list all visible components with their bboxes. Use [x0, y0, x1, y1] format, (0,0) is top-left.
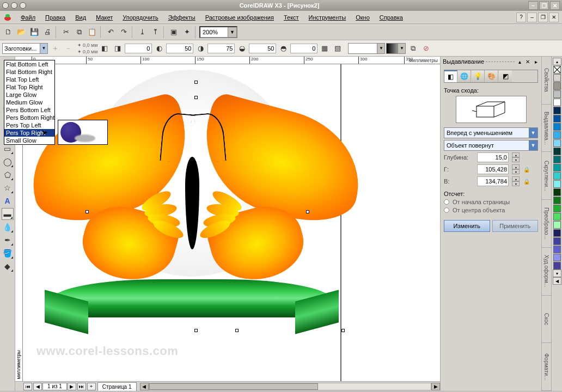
docker-menu-icon[interactable]: ▸ [533, 58, 539, 65]
preset-option[interactable]: Pers Bottom Left [4, 106, 54, 114]
preset-option[interactable]: Flat Top Left [4, 76, 54, 83]
shadow-opacity-icon[interactable]: ◨ [112, 42, 124, 54]
preset-option[interactable]: Flat Top Right [4, 83, 54, 91]
selection-handle[interactable] [85, 210, 89, 213]
docker-collapse-icon[interactable]: ▴ [516, 58, 523, 65]
docker-tab[interactable]: Свойства [542, 57, 551, 105]
color-swatch[interactable] [553, 82, 561, 90]
chevron-down-icon[interactable]: ▼ [377, 44, 384, 53]
color-swatch[interactable] [553, 74, 561, 82]
lock-icon[interactable]: 🔒 [523, 166, 530, 173]
selection-handle[interactable] [235, 329, 239, 332]
menu-view[interactable]: Вид [71, 13, 90, 22]
edit-button[interactable]: Изменить [444, 220, 490, 232]
tab-vp-icon[interactable]: ◧ [444, 70, 457, 82]
polygon-tool-icon[interactable]: ⬠ [2, 169, 14, 181]
minimize-button[interactable]: – [528, 1, 538, 10]
cut-icon[interactable]: ✂ [60, 26, 72, 38]
fill-tool-icon[interactable]: 🪣 [2, 247, 14, 259]
color-swatch[interactable] [553, 188, 561, 196]
no-fill-swatch[interactable] [553, 66, 561, 74]
stretch-field[interactable]: 50 [249, 44, 276, 53]
color-swatch[interactable] [553, 221, 561, 229]
depth-field[interactable]: 15,0 [477, 152, 509, 162]
color-swatch[interactable] [553, 172, 561, 180]
h-field[interactable]: 105,428 [477, 164, 509, 174]
color-swatch[interactable] [553, 99, 561, 106]
preset-remove-icon[interactable]: － [62, 42, 74, 54]
fade-icon[interactable]: ◑ [194, 42, 206, 54]
color-swatch[interactable] [553, 107, 561, 114]
menu-edit[interactable]: Правка [41, 13, 70, 22]
menu-arrange[interactable]: Упорядочить [118, 13, 162, 22]
docker-close-icon[interactable]: ✕ [524, 58, 531, 65]
hscroll-thumb[interactable] [149, 383, 318, 390]
import-icon[interactable]: ⤓ [136, 26, 148, 38]
menu-text[interactable]: Текст [279, 13, 303, 22]
preset-option[interactable]: Medium Glow [4, 99, 54, 106]
color-swatch[interactable] [553, 156, 561, 163]
artwork[interactable]: www.corel-lessons.com [23, 64, 355, 369]
eyedropper-tool-icon[interactable]: 💧 [2, 221, 14, 233]
color-swatch[interactable] [553, 197, 561, 204]
menu-help[interactable]: Справка [375, 13, 407, 22]
color-swatch[interactable] [553, 237, 561, 245]
feather-field[interactable]: 50 [166, 44, 193, 53]
shadow-angle-icon[interactable]: ◧ [99, 42, 111, 54]
preset-add-icon[interactable]: ＋ [49, 42, 61, 54]
palette-down-icon[interactable]: ▾ [553, 270, 561, 277]
apply-button[interactable]: Применить [492, 220, 539, 232]
app-icon[interactable] [3, 13, 12, 22]
copy-icon[interactable]: ⧉ [73, 26, 85, 38]
clear-shadow-icon[interactable]: ⊘ [420, 42, 432, 54]
text-tool-icon[interactable]: A [2, 195, 14, 207]
selection-handle[interactable] [341, 329, 345, 332]
tab-color-icon[interactable]: 🎨 [485, 70, 498, 82]
extrude-type-dropdown[interactable]: Вперед с уменьшением▼ [444, 127, 538, 138]
ref-option-page[interactable]: От начала страницы [444, 199, 538, 205]
hscroll-left-icon[interactable]: ◀ [140, 383, 149, 390]
docker-tab[interactable]: Преобразо... [542, 200, 551, 248]
mdi-min[interactable]: – [527, 13, 537, 22]
color-swatch[interactable] [553, 164, 561, 171]
direction-icon[interactable]: ◓ [277, 42, 289, 54]
maximize-button[interactable]: ❐ [539, 1, 549, 10]
ellipse-tool-icon[interactable]: ◯ [2, 156, 14, 168]
palette-flyout-icon[interactable]: ◀ [553, 277, 561, 285]
color-swatch[interactable] [553, 90, 561, 98]
paste-icon[interactable]: 📋 [86, 26, 98, 38]
color-swatch[interactable] [553, 213, 561, 220]
tab-rotation-icon[interactable]: 🌐 [458, 70, 471, 82]
color-swatch[interactable] [553, 148, 561, 155]
edge-type-icon[interactable]: ▦ [319, 42, 331, 54]
preset-option[interactable]: Pers Bottom Right [4, 114, 54, 121]
preset-dropdown[interactable]: Заготовки... ▼ [2, 43, 48, 54]
menu-tools[interactable]: Инструменты [304, 13, 351, 22]
menu-window[interactable]: Окно [351, 13, 374, 22]
shadow-color-swatch[interactable]: ▼ [348, 43, 385, 54]
ruler-horizontal[interactable]: 0 50 100 150 200 250 300 350 миллиметры [15, 57, 440, 64]
palette-up-icon[interactable]: ▴ [553, 58, 561, 65]
undo-icon[interactable]: ↶ [105, 26, 117, 38]
color-swatch[interactable] [553, 115, 561, 122]
redo-icon[interactable]: ↷ [118, 26, 130, 38]
mdi-help[interactable]: ? [516, 13, 526, 22]
edge-style-icon[interactable]: ▧ [332, 42, 344, 54]
docker-titlebar[interactable]: Выдавливание ▴ ✕ ▸ [441, 57, 541, 66]
chevron-down-icon[interactable]: ▼ [529, 128, 537, 138]
corel-online-icon[interactable]: ✦ [181, 26, 193, 38]
chevron-down-icon[interactable]: ▼ [529, 140, 537, 150]
zoom-level-field[interactable]: 200% ▼ [199, 26, 237, 38]
chevron-down-icon[interactable]: ▼ [228, 27, 236, 37]
feather-icon[interactable]: ◐ [153, 42, 165, 54]
page-first-icon[interactable]: ⏮ [23, 383, 32, 390]
docker-tab[interactable]: Выдавлива... [542, 105, 551, 152]
export-icon[interactable]: ⤒ [149, 26, 161, 38]
docker-tab[interactable]: Скруглени... [542, 152, 551, 200]
menu-layout[interactable]: Макет [91, 13, 117, 22]
color-swatch[interactable] [553, 246, 561, 253]
color-swatch[interactable] [553, 131, 561, 139]
ref-option-object[interactable]: От центра объекта [444, 207, 538, 213]
fade-field[interactable]: 75 [207, 44, 235, 53]
hscroll-track[interactable] [149, 383, 431, 390]
